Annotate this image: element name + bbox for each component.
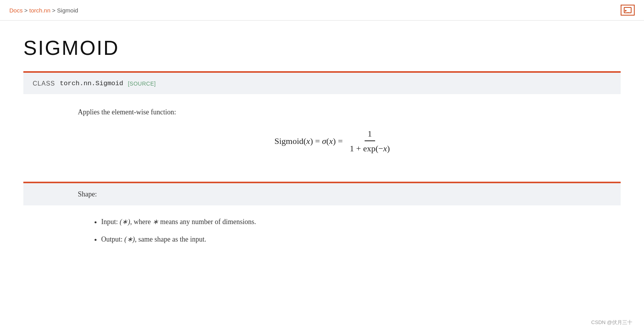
shape-section: Shape:: [23, 183, 621, 205]
class-declaration-block: CLASS torch.nn.Sigmoid [SOURCE]: [23, 73, 621, 94]
formula: Sigmoid(x) = σ(x) = 1 1 + exp(−x): [274, 129, 393, 154]
formula-denominator: 1 + exp(−x): [347, 142, 393, 154]
terminal-button[interactable]: ▶_: [621, 5, 635, 16]
terminal-icon: ▶_: [625, 9, 629, 12]
list-item-input: Input: (∗), where ∗ means any number of …: [101, 216, 590, 228]
breadcrumb-current: Sigmoid: [57, 7, 78, 14]
page-title: SIGMOID: [23, 36, 621, 60]
list-item-output: Output: (∗), same shape as the input.: [101, 234, 590, 245]
applies-text: Applies the element-wise function:: [78, 108, 590, 116]
breadcrumb-docs[interactable]: Docs: [9, 7, 23, 14]
formula-sigmoid: Sigmoid(x) = σ(x) =: [274, 136, 343, 146]
breadcrumb-torch-nn[interactable]: torch.nn: [29, 7, 50, 14]
description-area: Applies the element-wise function: Sigmo…: [23, 94, 621, 182]
class-name: torch.nn.Sigmoid: [60, 80, 123, 87]
input-label: Input: (∗), where ∗ means any number of …: [101, 218, 256, 226]
formula-numerator: 1: [365, 129, 375, 141]
watermark: CSDN @伏月三十: [591, 319, 632, 326]
main-content: SIGMOID CLASS torch.nn.Sigmoid [SOURCE] …: [0, 21, 644, 286]
bullet-list: Input: (∗), where ∗ means any number of …: [23, 205, 621, 262]
output-label: Output: (∗), same shape as the input.: [101, 235, 206, 243]
class-keyword: CLASS: [33, 80, 55, 87]
breadcrumb-sep1: >: [24, 7, 29, 14]
shape-label: Shape:: [78, 190, 97, 198]
formula-container: Sigmoid(x) = σ(x) = 1 1 + exp(−x): [78, 129, 590, 154]
breadcrumb-sep2: >: [52, 7, 57, 14]
top-bar: Docs > torch.nn > Sigmoid ▶_: [0, 0, 644, 21]
formula-fraction: 1 1 + exp(−x): [347, 129, 393, 154]
source-link[interactable]: [SOURCE]: [128, 81, 156, 87]
breadcrumb: Docs > torch.nn > Sigmoid: [9, 7, 78, 14]
